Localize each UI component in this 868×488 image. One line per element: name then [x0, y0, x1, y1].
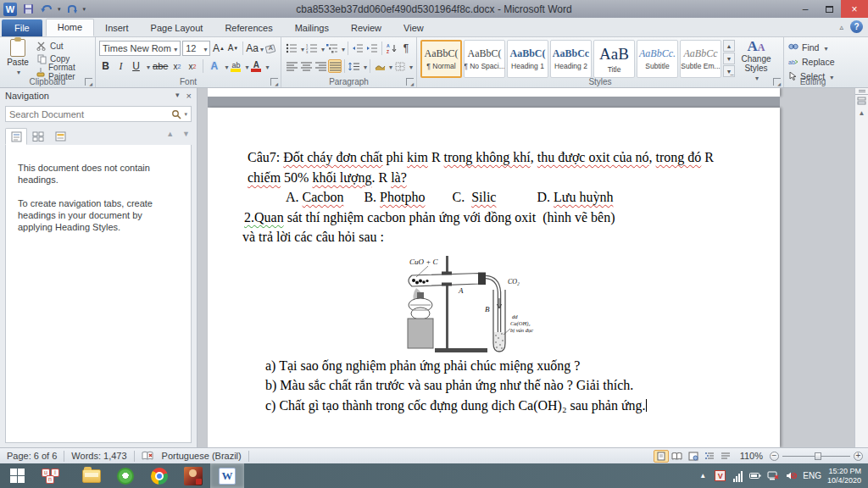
taskbar-word[interactable]: W [210, 463, 244, 488]
input-language[interactable]: ENG [803, 471, 821, 480]
strikethrough-button[interactable]: abe [153, 58, 168, 74]
signal-icon[interactable] [732, 470, 743, 482]
font-color-dropdown-icon[interactable] [264, 61, 269, 71]
font-family-combo[interactable]: Times New Rom [99, 41, 181, 56]
language-indicator[interactable]: Portuguese (Brazil) [160, 448, 248, 463]
web-layout-view-button[interactable] [686, 450, 701, 463]
search-icon[interactable] [171, 109, 181, 119]
outline-view-button[interactable] [702, 450, 717, 463]
subscript-button[interactable]: x2 [170, 58, 183, 74]
zoom-in-icon[interactable]: + [854, 452, 863, 461]
shading-button[interactable] [373, 59, 387, 73]
multilevel-list-button[interactable] [326, 42, 339, 55]
find-button[interactable]: Find [788, 41, 835, 53]
zoom-out-icon[interactable]: − [770, 452, 779, 461]
scroll-up-icon[interactable]: ▲ [855, 107, 868, 119]
nav-next-icon[interactable]: ▼ [182, 130, 190, 138]
grow-font-button[interactable]: A▲ [212, 41, 225, 56]
multilevel-dropdown-icon[interactable] [340, 43, 345, 53]
taskbar-coccoc[interactable] [108, 463, 142, 488]
styles-scroll-down-icon[interactable]: ▼ [723, 53, 735, 64]
save-button[interactable] [20, 3, 36, 16]
font-color-button[interactable]: A [251, 61, 261, 72]
highlight-dropdown-icon[interactable] [243, 61, 248, 71]
highlight-button[interactable]: ab [231, 61, 241, 72]
doc-line[interactable]: chiếm 50% khối lượng. R là? [208, 168, 780, 188]
style-subtle-emphasis[interactable]: AaBbCc Subtle Em... [680, 40, 721, 78]
nav-prev-icon[interactable]: ▲ [166, 130, 174, 138]
line-spacing-button[interactable] [348, 59, 361, 73]
style-subtitle[interactable]: AaBbCc. Subtitle [637, 40, 678, 78]
taskbar-unikey[interactable]: uin [34, 463, 68, 488]
style-heading-1[interactable]: AaBbC( Heading 1 [507, 40, 548, 78]
doc-line[interactable]: c) Chất gì tạo thành trong cốc đựng dung… [208, 396, 780, 416]
undo-dropdown-icon[interactable]: ▾ [58, 6, 61, 13]
styles-scroll-up-icon[interactable]: ▲ [723, 40, 735, 52]
format-painter-button[interactable]: Format Painter [36, 65, 95, 78]
minimize-ribbon-icon[interactable]: ▵ [839, 23, 843, 31]
style-normal[interactable]: AaBbC( ¶ Normal [420, 40, 462, 78]
align-right-button[interactable] [314, 59, 327, 73]
taskbar-game[interactable] [176, 463, 210, 488]
doc-line[interactable]: 2.Quan sát thí nghiệm cacbon phản ứng vớ… [208, 208, 780, 228]
help-icon[interactable]: ? [850, 20, 863, 33]
text-effects-dropdown-icon[interactable] [223, 61, 228, 71]
cut-button[interactable]: Cut [36, 40, 95, 53]
tab-mailings[interactable]: Mailings [284, 20, 340, 36]
line-spacing-dropdown-icon[interactable] [362, 61, 367, 71]
nav-tab-browse-pages[interactable] [27, 128, 49, 145]
tab-review[interactable]: Review [340, 20, 392, 36]
ruler-toggle-icon[interactable] [855, 95, 868, 107]
align-left-button[interactable] [285, 59, 298, 73]
spellcheck-status[interactable] [135, 448, 160, 463]
font-size-combo[interactable]: 12 [182, 41, 210, 56]
chemistry-diagram[interactable]: CuO + C A B CO₂ dd Ca(OH)₂ bị vẩn đục [403, 254, 551, 359]
tab-file[interactable]: File [2, 19, 42, 36]
change-styles-button[interactable]: AA Change Styles [737, 40, 776, 82]
replace-button[interactable]: ab Replace [788, 55, 835, 68]
fullscreen-reading-view-button[interactable] [670, 450, 685, 463]
italic-button[interactable]: I [114, 58, 127, 74]
restore-button[interactable] [817, 0, 841, 18]
taskbar-chrome[interactable] [142, 463, 176, 488]
paste-button[interactable]: Paste [3, 39, 33, 76]
nav-tab-browse-results[interactable] [49, 128, 71, 145]
tab-home[interactable]: Home [46, 19, 94, 36]
underline-dropdown-icon[interactable] [145, 61, 150, 71]
start-button[interactable] [0, 463, 34, 488]
tab-view[interactable]: View [392, 20, 435, 36]
styles-dialog-launcher-icon[interactable] [773, 78, 781, 86]
zoom-slider-thumb[interactable] [815, 452, 821, 460]
nav-tab-browse-headings[interactable] [5, 128, 27, 145]
doc-line[interactable]: và trả lời các câu hỏi sau : [208, 227, 780, 247]
document-page[interactable]: Câu7: Đốt cháy đơn chất phi kim R trong … [208, 108, 780, 447]
battery-icon[interactable] [749, 470, 761, 482]
qat-customize-icon[interactable]: ▾ [83, 6, 86, 13]
change-case-button[interactable]: Aa [247, 41, 263, 56]
superscript-button[interactable]: x2 [186, 58, 198, 74]
close-button[interactable]: × [841, 0, 868, 18]
word-count[interactable]: Words: 1,473 [64, 448, 133, 463]
split-handle[interactable] [855, 88, 868, 95]
doc-line[interactable]: Câu7: Đốt cháy đơn chất phi kim R trong … [208, 147, 780, 168]
tab-insert[interactable]: Insert [94, 20, 140, 36]
style-title[interactable]: AaB Title [593, 40, 635, 78]
styles-more-icon[interactable]: ▼̲ [723, 65, 735, 77]
decrease-indent-button[interactable] [351, 42, 364, 55]
numbering-dropdown-icon[interactable] [320, 43, 325, 53]
page-indicator[interactable]: Page: 6 of 6 [0, 448, 64, 463]
font-dialog-launcher-icon[interactable] [270, 78, 278, 86]
show-hide-paragraph-button[interactable]: ¶ [399, 42, 413, 55]
navigation-close-icon[interactable]: × [186, 91, 192, 101]
paragraph-dialog-launcher-icon[interactable] [406, 78, 414, 86]
undo-button[interactable] [39, 3, 54, 16]
align-center-button[interactable] [299, 59, 313, 73]
zoom-slider[interactable]: − + [770, 452, 863, 461]
sort-button[interactable]: AZ [385, 42, 398, 55]
increase-indent-button[interactable] [365, 42, 379, 55]
volume-muted-icon[interactable] [785, 470, 797, 482]
search-input[interactable] [9, 109, 171, 119]
numbering-button[interactable]: 123 [305, 42, 319, 55]
word-app-icon[interactable]: W [3, 3, 17, 16]
shrink-font-button[interactable]: A▼ [226, 41, 239, 56]
